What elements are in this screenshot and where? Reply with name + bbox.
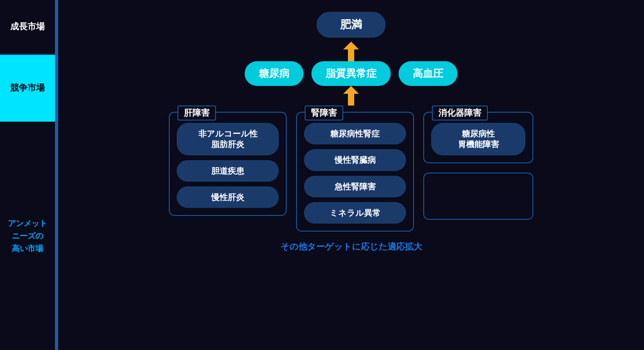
top-node-obesity: 肥満: [317, 12, 386, 38]
digestive-category-title: 消化器障害: [432, 106, 488, 120]
arrow-dyslipidemia-to-third: [339, 86, 363, 106]
left-border-bar: [55, 0, 58, 350]
digestive-empty-box: [423, 173, 533, 220]
sidebar-growth-market: 成長市場: [0, 0, 55, 55]
svg-marker-1: [343, 86, 359, 106]
node-diabetes: 糖尿病: [245, 61, 304, 86]
liver-category-box: 肝障害 非アルコール性脂肪肝炎 胆道疾患 慢性肝炎: [169, 112, 287, 216]
second-row: 糖尿病 脂質異常症 高血圧: [245, 61, 457, 86]
growth-market-label: 成長市場: [10, 21, 45, 33]
digestive-items: 糖尿病性胃機能障害: [431, 123, 525, 155]
sidebar-unmet-needs: アンメットニーズの高い市場: [0, 122, 55, 350]
sidebar: 成長市場 競争市場 アンメットニーズの高い市場: [0, 0, 55, 350]
sidebar-competitive-market: 競争市場: [0, 55, 55, 122]
competitive-market-label: 競争市場: [10, 82, 45, 94]
kidney-item-4: ミネラル異常: [304, 202, 406, 224]
digestive-category-box: 消化器障害 糖尿病性胃機能障害: [423, 112, 533, 163]
liver-item-3: 慢性肝炎: [177, 186, 279, 208]
kidney-category-title: 腎障害: [305, 106, 343, 120]
top-flow: 肥満 糖尿病 脂質異常症 高血圧 肝障害 非アルコール性脂肪肝炎 胆道疾患 慢性…: [169, 12, 533, 232]
node-hypertension: 高血圧: [399, 61, 457, 86]
kidney-category-box: 腎障害 糖尿病性腎症 慢性腎臓病 急性腎障害 ミネラル異常: [296, 112, 414, 232]
bottom-text: その他ターゲットに応じた適応拡大: [280, 241, 422, 253]
unmet-needs-label: アンメットニーズの高い市場: [8, 217, 47, 255]
liver-category-title: 肝障害: [177, 106, 216, 120]
digestive-column: 消化器障害 糖尿病性胃機能障害: [423, 106, 533, 220]
liver-item-1: 非アルコール性脂肪肝炎: [177, 123, 279, 155]
liver-items: 非アルコール性脂肪肝炎 胆道疾患 慢性肝炎: [177, 123, 279, 208]
kidney-item-2: 慢性腎臓病: [304, 149, 406, 171]
third-level-categories: 肝障害 非アルコール性脂肪肝炎 胆道疾患 慢性肝炎 腎障害 糖尿病性腎症 慢性腎…: [169, 106, 533, 232]
kidney-item-3: 急性腎障害: [304, 176, 406, 197]
arrow-obesity-to-dyslipidemia: [339, 42, 363, 61]
node-dyslipidemia: 脂質異常症: [311, 61, 391, 86]
svg-marker-0: [343, 42, 359, 61]
main-diagram: 肥満 糖尿病 脂質異常症 高血圧 肝障害 非アルコール性脂肪肝炎 胆道疾患 慢性…: [58, 0, 644, 350]
liver-item-2: 胆道疾患: [177, 160, 279, 182]
kidney-item-1: 糖尿病性腎症: [304, 123, 406, 144]
kidney-items: 糖尿病性腎症 慢性腎臓病 急性腎障害 ミネラル異常: [304, 123, 406, 224]
digestive-item-1: 糖尿病性胃機能障害: [431, 123, 525, 155]
